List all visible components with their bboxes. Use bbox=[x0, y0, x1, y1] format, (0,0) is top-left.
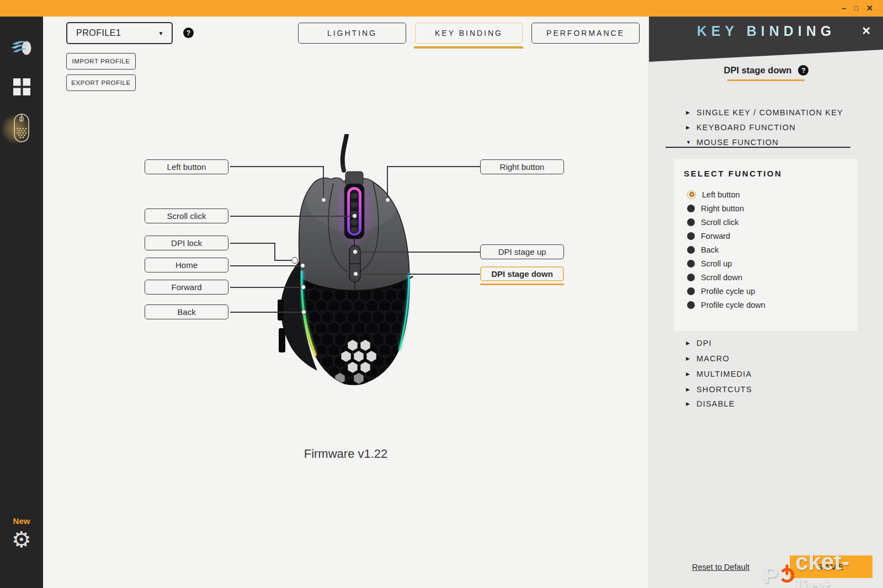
dot-dpi-down bbox=[353, 271, 358, 276]
main-content: PROFILE1 ▼ ? IMPORT PROFILE EXPORT PROFI… bbox=[43, 17, 648, 588]
radio-profile-cycle-down[interactable]: Profile cycle down bbox=[687, 298, 765, 312]
radio-left-button[interactable]: Left button bbox=[687, 188, 765, 201]
radio-icon bbox=[687, 232, 695, 240]
select-function-title: SELECT FUNCTION bbox=[684, 169, 782, 178]
binding-help-icon[interactable]: ? bbox=[798, 65, 808, 76]
radio-icon bbox=[687, 218, 695, 226]
radio-icon bbox=[687, 260, 695, 268]
line-dpi-lock-1 bbox=[230, 243, 275, 244]
tab-key-binding[interactable]: KEY BINDING bbox=[415, 23, 523, 44]
line-dpi-lock-v bbox=[274, 243, 275, 261]
settings-gear-icon[interactable]: ⚙ bbox=[0, 524, 43, 555]
dot-dpi-up bbox=[353, 249, 358, 254]
profile-dropdown[interactable]: PROFILE1 ▼ bbox=[66, 22, 173, 44]
apps-grid-icon[interactable] bbox=[0, 78, 43, 95]
firmware-version: Firmware v1.22 bbox=[43, 447, 648, 461]
radio-profile-cycle-up[interactable]: Profile cycle up bbox=[687, 284, 765, 298]
honeycomb-shell bbox=[296, 275, 413, 392]
line-home bbox=[230, 265, 300, 266]
section-dpi[interactable]: ▶ DPI bbox=[686, 338, 712, 348]
section-single-key[interactable]: ▶ SINGLE KEY / COMBINATION KEY bbox=[686, 108, 843, 117]
mouse-illustration bbox=[270, 134, 436, 393]
import-profile-button[interactable]: IMPORT PROFILE bbox=[66, 53, 136, 70]
select-function-box: SELECT FUNCTION Left button Right button… bbox=[674, 159, 857, 331]
dot-scroll-click bbox=[352, 213, 357, 218]
section-disable[interactable]: ▶ DISABLE bbox=[686, 399, 735, 409]
triangle-right-icon: ▶ bbox=[686, 340, 691, 346]
line-left-button bbox=[230, 166, 323, 167]
close-icon[interactable]: ✕ bbox=[866, 0, 873, 17]
callout-back[interactable]: Back bbox=[145, 304, 228, 319]
tab-lighting[interactable]: LIGHTING bbox=[298, 23, 406, 44]
triangle-right-icon: ▶ bbox=[686, 371, 691, 377]
side-button-back bbox=[279, 328, 285, 352]
radio-scroll-down[interactable]: Scroll down bbox=[687, 270, 765, 284]
callout-forward[interactable]: Forward bbox=[145, 280, 228, 295]
section-multimedia[interactable]: ▶ MULTIMEDIA bbox=[686, 369, 752, 379]
glorious-logo-icon[interactable] bbox=[0, 39, 43, 57]
dot-right-button bbox=[385, 197, 390, 202]
profile-help-icon[interactable]: ? bbox=[183, 28, 194, 38]
selected-callout-underline bbox=[480, 284, 564, 285]
line-dpi-down bbox=[359, 274, 480, 275]
tab-performance[interactable]: PERFORMANCE bbox=[531, 23, 640, 44]
glorious-core-app: – □ ✕ bbox=[0, 0, 883, 588]
window-controls: – □ ✕ bbox=[842, 0, 873, 17]
logo-swoosh bbox=[10, 39, 33, 57]
chevron-down-icon: ▼ bbox=[158, 30, 164, 36]
callout-right-button[interactable]: Right button bbox=[480, 159, 564, 174]
radio-icon bbox=[687, 287, 695, 295]
callout-dpi-stage-down[interactable]: DPI stage down bbox=[480, 266, 564, 281]
radio-icon bbox=[687, 205, 695, 212]
panel-close-icon[interactable]: ✕ bbox=[861, 24, 871, 38]
active-tab-underline bbox=[414, 46, 523, 49]
key-binding-panel: KEY BINDING ✕ DPI stage down ? ▶ SINGLE … bbox=[648, 17, 883, 588]
line-right-button bbox=[387, 166, 480, 167]
radio-icon bbox=[687, 301, 695, 309]
line-dpi-lock-2 bbox=[274, 260, 291, 261]
section-macro[interactable]: ▶ MACRO bbox=[686, 354, 730, 364]
maximize-icon[interactable]: □ bbox=[854, 0, 859, 17]
section-keyboard-function[interactable]: ▶ KEYBOARD FUNCTION bbox=[686, 122, 796, 132]
triangle-right-icon: ▶ bbox=[686, 401, 691, 407]
radio-right-button[interactable]: Right button bbox=[687, 201, 765, 215]
line-right-button-v bbox=[387, 166, 388, 197]
line-dpi-up bbox=[358, 252, 480, 253]
sidebar: New ⚙ bbox=[0, 17, 43, 588]
reset-to-default-link[interactable]: Reset to Default bbox=[671, 563, 770, 571]
radio-scroll-up[interactable]: Scroll up bbox=[687, 256, 765, 270]
device-glow bbox=[2, 114, 30, 145]
section-shortcuts[interactable]: ▶ SHORTCUTS bbox=[686, 384, 752, 394]
profile-dropdown-value: PROFILE1 bbox=[76, 28, 121, 38]
dot-home bbox=[300, 263, 305, 268]
radio-forward[interactable]: Forward bbox=[687, 229, 765, 243]
line-back bbox=[230, 312, 301, 313]
export-profile-button[interactable]: EXPORT PROFILE bbox=[66, 74, 136, 91]
callout-dpi-stage-up[interactable]: DPI stage up bbox=[480, 244, 564, 259]
callout-home[interactable]: Home bbox=[145, 258, 228, 272]
triangle-right-icon: ▶ bbox=[686, 125, 691, 130]
line-scroll-click bbox=[230, 216, 352, 217]
radio-back[interactable]: Back bbox=[687, 243, 765, 256]
callout-scroll-click[interactable]: Scroll click bbox=[145, 209, 228, 223]
dot-forward bbox=[301, 285, 306, 290]
callout-left-button[interactable]: Left button bbox=[145, 159, 228, 174]
radio-icon bbox=[687, 274, 695, 281]
triangle-down-icon: ▼ bbox=[686, 140, 691, 145]
dot-dpi-lock bbox=[291, 257, 298, 264]
function-radio-list: Left button Right button Scroll click Fo… bbox=[687, 188, 765, 312]
titlebar: – □ ✕ bbox=[0, 0, 883, 17]
device-mouse-icon[interactable] bbox=[0, 111, 43, 145]
radio-scroll-click[interactable]: Scroll click bbox=[687, 215, 765, 229]
callout-dpi-lock[interactable]: DPI lock bbox=[145, 236, 228, 250]
side-button-forward bbox=[278, 300, 284, 320]
line-forward bbox=[230, 287, 300, 288]
dot-left-button bbox=[321, 197, 326, 202]
section-mouse-function[interactable]: ▼ MOUSE FUNCTION bbox=[686, 137, 779, 147]
save-button[interactable]: SAVE bbox=[790, 555, 873, 578]
minimize-icon[interactable]: – bbox=[842, 0, 846, 17]
expanded-section-underline bbox=[666, 147, 850, 148]
radio-icon bbox=[687, 246, 695, 254]
selected-binding-name: DPI stage down bbox=[724, 65, 792, 76]
triangle-right-icon: ▶ bbox=[686, 356, 691, 361]
